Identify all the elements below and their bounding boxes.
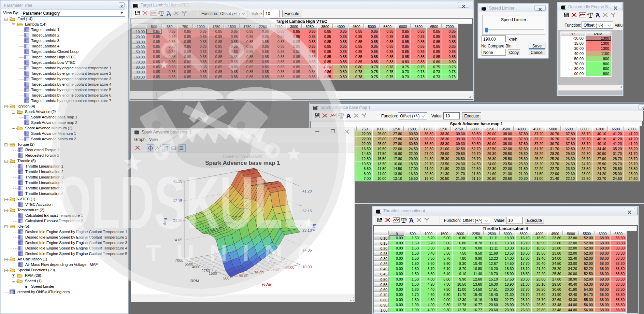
svg-text:π: π bbox=[25, 284, 27, 289]
